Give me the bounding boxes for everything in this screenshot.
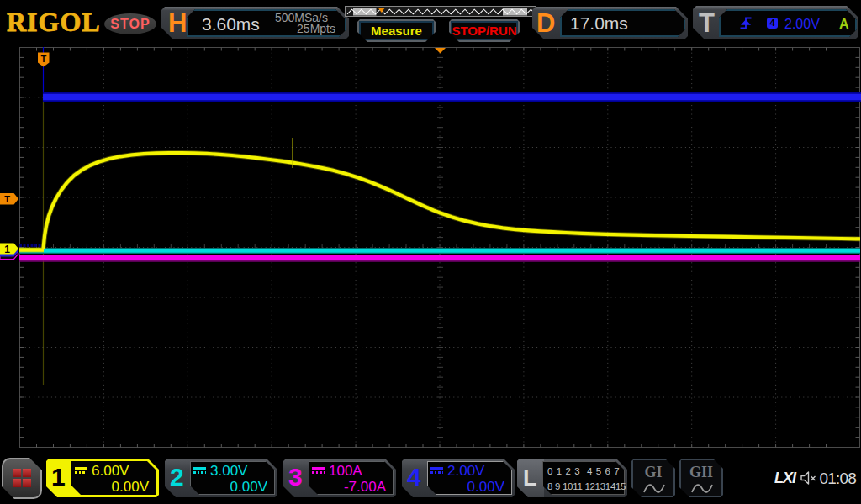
svg-text:T: T: [4, 194, 10, 204]
svg-text:T: T: [40, 54, 46, 64]
svg-text:1: 1: [4, 244, 10, 255]
